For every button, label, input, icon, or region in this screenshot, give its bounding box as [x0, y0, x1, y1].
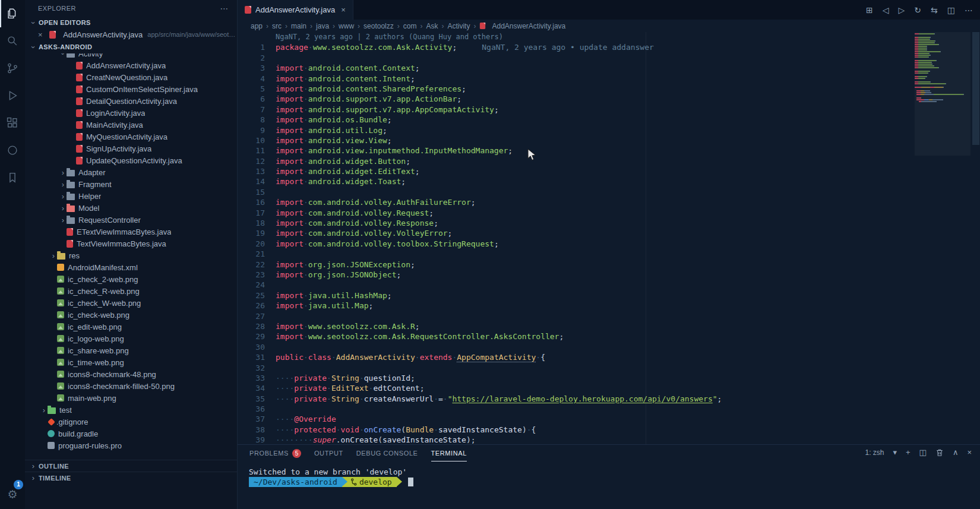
tree-item[interactable]: ›Fragment — [25, 178, 237, 190]
tree-item[interactable]: MainActivity.java — [25, 119, 237, 131]
open-editors-header[interactable]: › OPEN EDITORS — [25, 17, 237, 29]
kill-terminal-icon[interactable] — [935, 448, 944, 457]
code-line[interactable]: 18import·com.android.volley.Response; — [238, 218, 913, 228]
tree-item[interactable]: icons8-checkmark-48.png — [25, 368, 237, 380]
code-line[interactable]: 31public·class·AddAnswerActivity·extends… — [238, 352, 913, 362]
tree-item[interactable]: build.gradle — [25, 428, 237, 440]
code-line[interactable]: 10import·android.view.View; — [238, 135, 913, 146]
breadcrumb-item[interactable]: Ask — [426, 22, 438, 30]
code-line[interactable]: 37····@Override — [238, 414, 913, 424]
code-line[interactable]: 35····private·String·createAnswerUrl·=·"… — [238, 394, 913, 404]
breadcrumb-item[interactable]: www — [339, 22, 354, 30]
activitybar-bookmarks[interactable] — [0, 164, 25, 191]
breadcrumb-item[interactable]: java — [316, 22, 329, 30]
tree-item[interactable]: ›RequestController — [25, 214, 237, 226]
tree-item[interactable]: ›Helper — [25, 190, 237, 202]
code-line[interactable]: 15 — [238, 187, 913, 197]
code-line[interactable]: 30 — [238, 342, 913, 352]
sync-icon[interactable]: ↻ — [914, 5, 921, 15]
code-line[interactable]: 4import·android.content.Intent; — [238, 74, 913, 84]
maximize-panel-icon[interactable]: ∧ — [953, 448, 959, 457]
terminal[interactable]: Switched to a new branch 'develop' ~/Dev… — [238, 461, 980, 487]
tree-item[interactable]: ›test — [25, 404, 237, 416]
tree-item[interactable]: ›res — [25, 249, 237, 261]
breadcrumb-item[interactable]: AddAnswerActivity.java — [479, 22, 565, 30]
tree-item[interactable]: CustomOnItemSelectSpiner.java — [25, 83, 237, 95]
close-icon[interactable]: × — [38, 30, 46, 39]
scrollbar-thumb[interactable] — [972, 32, 979, 145]
code-line[interactable]: 12import·android.widget.Button; — [238, 156, 913, 166]
tree-item[interactable]: icons8-checkmark-filled-50.png — [25, 380, 237, 392]
new-terminal-icon[interactable]: + — [906, 448, 911, 457]
close-panel-icon[interactable]: × — [967, 448, 972, 457]
code-line[interactable]: 14import·android.widget.Toast; — [238, 176, 913, 186]
code-line[interactable]: 38····protected·void·onCreate(Bundle·sav… — [238, 425, 913, 435]
tree-item[interactable]: AndroidManifest.xml — [25, 261, 237, 273]
minimap[interactable] — [915, 33, 970, 103]
tree-item[interactable]: AddAnswerActivity.java — [25, 59, 237, 71]
next-change-icon[interactable]: ▷ — [899, 5, 905, 15]
editor-scrollbar[interactable] — [972, 32, 980, 444]
code-line[interactable]: 19import·com.android.volley.VolleyError; — [238, 228, 913, 238]
tree-item[interactable]: LoginActivity.java — [25, 107, 237, 119]
activitybar-run-debug[interactable] — [0, 82, 25, 109]
tree-item[interactable]: ic_check_2-web.png — [25, 273, 237, 285]
code-line[interactable]: 20import·com.android.volley.toolbox.Stri… — [238, 239, 913, 249]
tree-item[interactable]: ›Adapter — [25, 166, 237, 178]
code-line[interactable]: 23import·org.json.JSONObject; — [238, 270, 913, 280]
tree-item[interactable]: ic_check_W-web.png — [25, 297, 237, 309]
tree-item[interactable]: DetailQuestionActivity.java — [25, 95, 237, 107]
split-terminal-icon[interactable]: ◫ — [919, 448, 927, 457]
panel-tab-problems[interactable]: PROBLEMS5 — [249, 445, 301, 461]
customize-layout-icon[interactable]: ⊞ — [866, 5, 873, 15]
breadcrumb-item[interactable]: src — [272, 22, 282, 30]
activitybar-gitlens[interactable] — [0, 137, 25, 164]
code-line[interactable]: 29import·www.seotoolzz.com.Ask.RequestCo… — [238, 331, 913, 342]
tree-item[interactable]: .gitignore — [25, 416, 237, 428]
code-line[interactable]: 34····private·EditText·edtContent; — [238, 383, 913, 393]
more-actions-icon[interactable]: ⋯ — [965, 5, 973, 15]
tree-item[interactable]: UpdateQuestionActivity.java — [25, 154, 237, 166]
code-line[interactable]: 33····private·String·questionId; — [238, 373, 913, 383]
code-line[interactable]: 27 — [238, 311, 913, 321]
outline-section[interactable]: › OUTLINE — [25, 460, 237, 472]
activitybar-source-control[interactable] — [0, 55, 25, 82]
code-line[interactable]: 22import·org.json.JSONException; — [238, 260, 913, 270]
activitybar-manage[interactable]: ⚙ 1 — [0, 485, 25, 503]
breadcrumb-item[interactable]: com — [403, 22, 417, 30]
code-line[interactable]: 16import·com.android.volley.AuthFailureE… — [238, 197, 913, 207]
panel-tab-terminal[interactable]: TERMINAL — [431, 445, 467, 461]
tree-item[interactable]: ETextViewImmacBytes.java — [25, 226, 237, 238]
tree-item[interactable]: MyQuestionActivity.java — [25, 131, 237, 143]
code-line[interactable]: 9import·android.util.Log; — [238, 125, 913, 135]
breadcrumb-item[interactable]: app — [251, 22, 263, 30]
code-line[interactable]: 26import·java.util.Map; — [238, 301, 913, 311]
panel-tab-debug-console[interactable]: DEBUG CONSOLE — [356, 445, 418, 461]
code-line[interactable]: 7import·android.support.v7.app.AppCompat… — [238, 105, 913, 115]
panel-tab-output[interactable]: OUTPUT — [314, 445, 343, 461]
breadcrumb-item[interactable]: main — [291, 22, 306, 30]
code-line[interactable]: 5import·android.content.SharedPreference… — [238, 84, 913, 94]
activitybar-explorer[interactable] — [0, 0, 25, 27]
split-editor-icon[interactable]: ◫ — [947, 5, 955, 15]
close-icon[interactable]: × — [341, 5, 346, 14]
code-line[interactable]: 21 — [238, 249, 913, 259]
open-editor-item[interactable]: × AddAnswerActivity.java app/src/main/ja… — [25, 29, 237, 40]
code-line[interactable]: 8import·android.os.Bundle; — [238, 115, 913, 125]
timeline-section[interactable]: › TIMELINE — [25, 472, 237, 483]
activitybar-search[interactable] — [0, 27, 25, 55]
dropdown-icon[interactable]: ▾ — [893, 448, 897, 457]
tree-item[interactable]: ic_edit-web.png — [25, 321, 237, 333]
code-line[interactable]: 3import·android.content.Context; — [238, 63, 913, 73]
code-line[interactable]: 32 — [238, 363, 913, 373]
code-line[interactable]: 17import·com.android.volley.Request; — [238, 208, 913, 218]
code-line[interactable]: 13import·android.widget.EditText; — [238, 166, 913, 176]
code-line[interactable]: 39········super.onCreate(savedInstanceSt… — [238, 435, 913, 444]
tree-item[interactable]: CreatNewQuestion.java — [25, 71, 237, 83]
tree-item[interactable]: ›Activity — [25, 53, 237, 59]
code-line[interactable]: 25import·java.util.HashMap; — [238, 290, 913, 301]
workspace-root-header[interactable]: › ASKS-ANDROID — [25, 40, 237, 53]
code-line[interactable]: 11import·android.view.inputmethod.InputM… — [238, 146, 913, 156]
tab-addansweractivity[interactable]: AddAnswerActivity.java × — [238, 0, 353, 20]
tree-item[interactable]: ic_share-web.png — [25, 344, 237, 356]
